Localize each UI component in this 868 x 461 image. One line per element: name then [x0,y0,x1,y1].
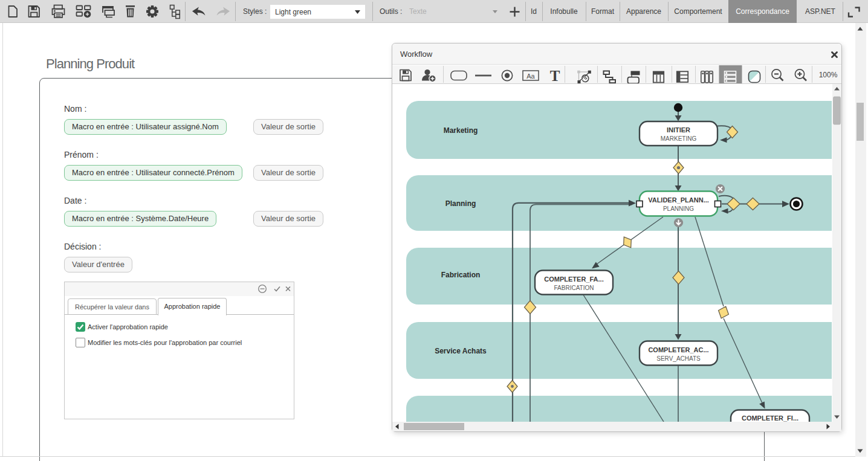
svg-text:Fabrication: Fabrication [441,271,481,279]
svg-text:COMPLETER_AC...: COMPLETER_AC... [648,346,708,353]
svg-text:Planning: Planning [445,199,476,208]
svg-text:Marketing: Marketing [444,126,478,135]
svg-text:INITIER: INITIER [667,126,690,134]
svg-text:COMPLETER_FI...: COMPLETER_FI... [742,414,798,422]
svg-text:SERV_ACHATS: SERV_ACHATS [656,355,701,362]
svg-text:Service Achats: Service Achats [435,347,487,355]
svg-text:FABRICATION: FABRICATION [554,285,594,291]
svg-text:PLANNING: PLANNING [663,205,694,212]
svg-text:100%: 100% [819,71,838,79]
svg-text:T: T [550,68,560,83]
svg-text:MARKETING: MARKETING [661,135,697,142]
svg-text:Aa: Aa [526,73,535,80]
svg-text:COMPLETER_FA...: COMPLETER_FA... [544,276,603,283]
svg-text:VALIDER_PLANN...: VALIDER_PLANN... [648,196,709,204]
